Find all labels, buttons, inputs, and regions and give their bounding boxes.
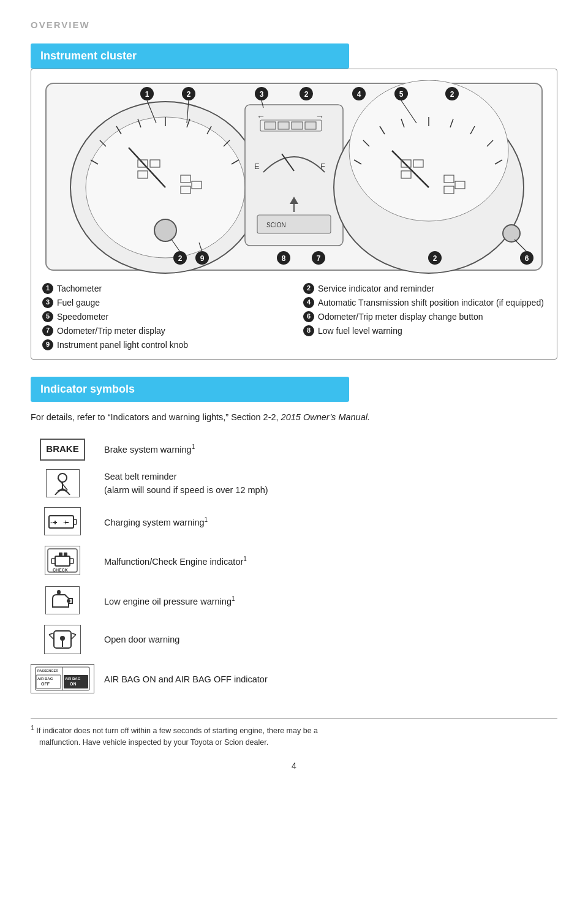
legend-item: 3Fuel gauge [42, 296, 285, 309]
seatbelt-icon [46, 469, 80, 497]
svg-point-36 [349, 80, 508, 221]
indicator-text-cell: Seat belt reminder(alarm will sound if s… [104, 465, 557, 504]
svg-text:AIR BAG: AIR BAG [37, 677, 53, 681]
svg-text:3: 3 [260, 90, 264, 99]
svg-rect-104 [64, 553, 67, 556]
indicator-text-cell: Malfunction/Check Engine indicator1 [104, 541, 557, 582]
indicator-icon-cell: BRAKE [31, 434, 104, 465]
svg-text:ON: ON [70, 682, 77, 686]
indicator-row: CHECK Malfunction/Check Engine indicator… [31, 541, 557, 582]
instrument-cluster-header: Instrument cluster [31, 43, 349, 69]
svg-text:5: 5 [399, 90, 404, 99]
svg-point-113 [60, 636, 65, 641]
legend-item: 5Speedometer [42, 311, 285, 323]
svg-text:-: - [50, 518, 53, 527]
svg-text:9: 9 [200, 254, 205, 263]
cluster-diagram: E F SCION ← → [42, 80, 546, 276]
svg-text:2: 2 [433, 254, 437, 263]
indicator-row: Low engine oil pressure warning1 [31, 582, 557, 620]
svg-text:E: E [254, 162, 260, 171]
svg-rect-103 [59, 553, 62, 556]
svg-text:+: + [63, 518, 68, 527]
indicator-row: Seat belt reminder(alarm will sound if s… [31, 465, 557, 504]
svg-text:CHECK: CHECK [53, 568, 68, 572]
indicator-row: BRAKE Brake system warning1 [31, 434, 557, 465]
indicator-symbols-section: Indicator symbols For details, refer to … [31, 377, 557, 700]
oil-pressure-icon [45, 586, 80, 614]
svg-text:PASSENGER: PASSENGER [37, 669, 58, 673]
svg-text:→: → [315, 111, 324, 121]
svg-text:2: 2 [304, 90, 309, 99]
cluster-box: E F SCION ← → [31, 69, 557, 360]
indicator-icon-cell [31, 582, 104, 620]
svg-rect-30 [305, 122, 316, 129]
svg-point-12 [154, 219, 176, 241]
legend-item: 1Tachometer [42, 282, 285, 295]
legend-item: 8Low fuel level warning [303, 325, 546, 338]
legend-item: 2Service indicator and reminder [303, 282, 546, 295]
svg-text:2: 2 [187, 90, 191, 99]
legend-item: 6Odometer/Trip meter display change butt… [303, 311, 546, 323]
indicator-symbols-header: Indicator symbols [31, 377, 349, 402]
svg-rect-29 [292, 122, 303, 129]
svg-rect-28 [278, 122, 289, 129]
svg-rect-93 [74, 519, 77, 524]
indicator-icon-cell: CHECK [31, 541, 104, 582]
svg-text:4: 4 [357, 90, 361, 99]
svg-line-110 [49, 633, 53, 635]
indicator-intro: For details, refer to “Indicators and wa… [31, 410, 557, 424]
indicator-text-cell: Low engine oil pressure warning1 [104, 582, 557, 620]
svg-point-53 [503, 225, 520, 242]
svg-line-109 [49, 635, 54, 639]
svg-text:F: F [320, 162, 325, 171]
indicator-icon-cell [31, 465, 104, 504]
footnote-area: 1 If indicator does not turn off within … [31, 718, 557, 749]
indicator-row: PASSENGER AIR BAG OFF AIR BAG ON AIR BAG… [31, 660, 557, 700]
indicator-icon-cell: - + [31, 503, 104, 541]
svg-rect-100 [55, 556, 70, 566]
svg-text:2: 2 [178, 254, 183, 263]
footnote-text: 1 If indicator does not turn off within … [31, 723, 557, 749]
indicator-text-cell: Open door warning [104, 620, 557, 660]
svg-text:1: 1 [145, 90, 149, 99]
legend-item: 7Odometer/Trip meter display [42, 325, 285, 338]
legend-item: 9Instrument panel light control knob [42, 339, 285, 352]
page-title: OVERVIEW [31, 18, 557, 32]
svg-text:OFF: OFF [41, 682, 50, 686]
indicator-row: Open door warning [31, 620, 557, 660]
instrument-cluster-section: Instrument cluster [31, 43, 557, 360]
check-engine-icon: CHECK [45, 546, 80, 575]
legend-item: 4Automatic Transmission shift position i… [303, 296, 546, 309]
svg-text:6: 6 [525, 254, 529, 263]
indicator-row: - + Charging system warning1 [31, 503, 557, 541]
battery-icon: - + [44, 507, 81, 535]
indicator-text-cell: Brake system warning1 [104, 434, 557, 465]
svg-rect-27 [265, 122, 276, 129]
svg-text:8: 8 [282, 254, 286, 263]
svg-line-112 [72, 633, 76, 635]
svg-point-107 [57, 590, 61, 595]
door-warning-icon [44, 625, 81, 654]
svg-text:SCION: SCION [266, 222, 286, 228]
svg-text:2: 2 [450, 90, 454, 99]
cluster-legend: 1Tachometer2Service indicator and remind… [42, 282, 546, 352]
svg-text:←: ← [257, 111, 265, 121]
airbag-icon: PASSENGER AIR BAG OFF AIR BAG ON [31, 664, 94, 693]
svg-text:7: 7 [317, 254, 321, 263]
brake-icon: BRAKE [40, 439, 85, 461]
svg-point-106 [67, 599, 70, 603]
page-number: 4 [31, 760, 557, 772]
indicator-icon-cell [31, 620, 104, 660]
indicator-icon-cell: PASSENGER AIR BAG OFF AIR BAG ON [31, 660, 104, 700]
svg-line-111 [71, 635, 76, 639]
svg-text:AIR BAG: AIR BAG [65, 677, 81, 681]
indicator-text-cell: Charging system warning1 [104, 503, 557, 541]
indicator-text-cell: AIR BAG ON and AIR BAG OFF indicator [104, 660, 557, 700]
indicator-table: BRAKE Brake system warning1 Seat belt re… [31, 434, 557, 700]
